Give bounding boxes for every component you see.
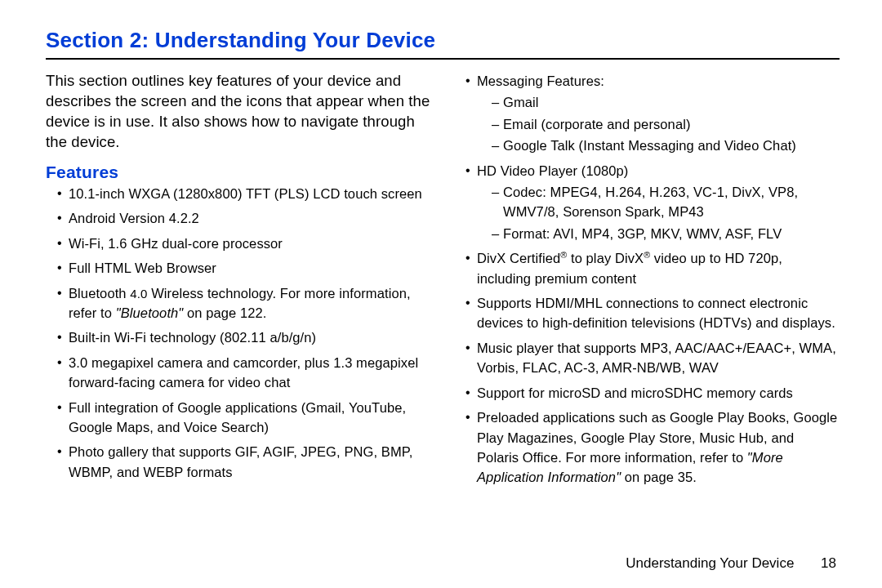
list-item: Google Talk (Instant Messaging and Video… bbox=[492, 136, 840, 155]
text-fragment: on page 35. bbox=[621, 470, 697, 484]
page-number: 18 bbox=[821, 555, 836, 572]
section-title: Section 2: Understanding Your Device bbox=[46, 28, 840, 53]
features-heading: Features bbox=[46, 163, 431, 182]
sub-list: Gmail Email (corporate and personal) Goo… bbox=[477, 92, 840, 155]
text-fragment: on page 122. bbox=[183, 305, 266, 320]
list-item: Messaging Features: Gmail Email (corpora… bbox=[466, 71, 840, 156]
list-item: Wi-Fi, 1.6 GHz dual-core processor bbox=[57, 234, 431, 253]
list-item: Preloaded applications such as Google Pl… bbox=[466, 408, 840, 488]
list-item: Codec: MPEG4, H.264, H.263, VC-1, DivX, … bbox=[492, 182, 840, 222]
list-item: Built-in Wi-Fi technology (802.11 a/b/g/… bbox=[57, 327, 431, 347]
sub-list: Codec: MPEG4, H.264, H.263, VC-1, DivX, … bbox=[477, 182, 840, 243]
list-item: 10.1-inch WXGA (1280x800) TFT (PLS) LCD … bbox=[57, 184, 431, 203]
footer-label: Understanding Your Device bbox=[626, 555, 794, 571]
intro-paragraph: This section outlines key features of yo… bbox=[46, 71, 431, 153]
list-item: Full HTML Web Browser bbox=[57, 258, 431, 278]
text-fragment: DivX Certified bbox=[477, 251, 560, 265]
list-item: Full integration of Google applications … bbox=[57, 398, 431, 438]
text-fragment: Bluetooth bbox=[69, 286, 130, 301]
list-item: Bluetooth 4.0 Wireless technology. For m… bbox=[57, 283, 431, 323]
list-item: HD Video Player (1080p) Codec: MPEG4, H.… bbox=[466, 161, 840, 244]
features-list-left: 10.1-inch WXGA (1280x800) TFT (PLS) LCD … bbox=[46, 184, 431, 482]
registered-icon: ® bbox=[644, 250, 650, 260]
text-fragment: HD Video Player (1080p) bbox=[477, 163, 628, 178]
text-fragment: Messaging Features: bbox=[477, 74, 604, 88]
left-column: This section outlines key features of yo… bbox=[46, 71, 431, 492]
text-fragment: to play DivX bbox=[567, 251, 644, 265]
list-item: Supports HDMI/MHL connections to connect… bbox=[466, 293, 840, 333]
text-fragment: 4.0 bbox=[130, 287, 147, 301]
content-columns: This section outlines key features of yo… bbox=[46, 71, 840, 492]
features-list-right: Messaging Features: Gmail Email (corpora… bbox=[454, 71, 840, 488]
right-column: Messaging Features: Gmail Email (corpora… bbox=[454, 71, 840, 492]
list-item: Gmail bbox=[492, 92, 840, 112]
page: Section 2: Understanding Your Device Thi… bbox=[0, 0, 882, 588]
list-item: Music player that supports MP3, AAC/AAC+… bbox=[466, 338, 840, 378]
page-footer: Understanding Your Device 18 bbox=[626, 555, 836, 572]
cross-reference: "Bluetooth" bbox=[116, 305, 184, 320]
title-rule bbox=[46, 58, 840, 60]
list-item: Photo gallery that supports GIF, AGIF, J… bbox=[57, 442, 431, 482]
list-item: 3.0 megapixel camera and camcorder, plus… bbox=[57, 353, 431, 393]
list-item: Format: AVI, MP4, 3GP, MKV, WMV, ASF, FL… bbox=[492, 224, 840, 243]
list-item: Email (corporate and personal) bbox=[492, 114, 840, 134]
list-item: DivX Certified® to play DivX® video up t… bbox=[466, 248, 840, 288]
text-fragment: Preloaded applications such as Google Pl… bbox=[477, 410, 837, 465]
list-item: Android Version 4.2.2 bbox=[57, 208, 431, 228]
list-item: Support for microSD and microSDHC memory… bbox=[466, 383, 840, 403]
